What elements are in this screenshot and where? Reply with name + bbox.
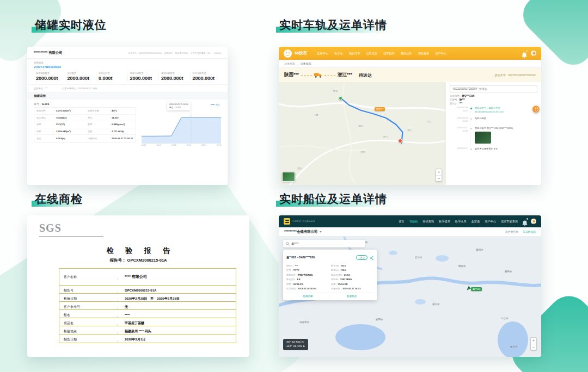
route-start-marker[interactable] xyxy=(339,96,342,100)
chart-tooltip: 2020-06-26 15:34:00 液位: 14.327 xyxy=(167,102,191,110)
report-row: 检验日期 2020年2月28日 至 2020年2月29日 xyxy=(59,294,236,302)
ship-attribute-row: 船舶状态：在航(主机推动) 航迹向(度)：218.8 xyxy=(286,274,373,277)
stat-value: 2000.000t xyxy=(36,76,63,81)
report-field-value: **** 有限公司 xyxy=(125,274,236,280)
report-number: 报告号： OPCXM2000215-01A xyxy=(27,258,249,263)
contract-number-link[interactable]: 2UNT17B0100002 xyxy=(34,65,221,69)
user-avatar[interactable] xyxy=(531,51,536,56)
ship-subbar: *********仓储有限公司 我的委托单 车运单追踪 xyxy=(279,227,541,237)
map-city-label: 鄂州市 xyxy=(458,265,466,268)
truck-nav-item[interactable]: 电子仓 xyxy=(334,52,343,55)
route-dash-right xyxy=(324,75,335,76)
company-selector[interactable]: *********仓储有限公司 xyxy=(284,230,322,234)
ship-brand-logo-icon[interactable] xyxy=(284,218,290,225)
truck-nav-item[interactable]: 我的订单 xyxy=(349,52,360,55)
truck-brand-name: 66快车 xyxy=(295,51,307,56)
tank-dashboard-card: ********** 有限公司 仓储单号：S200913120611000010… xyxy=(27,47,228,185)
tank-attribute-row: 水位 0.003(m) 记录时间 2020-06-27 11:05:32 xyxy=(34,135,136,142)
tank-attribute-row: 安全容积 5,375.001(m³) 存货货主数 4(个) xyxy=(34,108,136,115)
satellite-layer-switcher[interactable] xyxy=(282,172,295,182)
ship-nav-item-query[interactable]: 在线查询 xyxy=(422,220,434,224)
tank-stat: 冻结数量 2000.000t xyxy=(65,72,96,81)
truck-section-title: 实时车轨及运单详情 xyxy=(279,17,387,33)
delivery-photo[interactable] xyxy=(475,132,491,144)
chart-legend: 液位 xyxy=(211,103,220,106)
tank-company-name: ********** 有限公司 xyxy=(34,51,63,55)
ship-nav-item-ebill[interactable]: 数字提单 xyxy=(439,220,450,224)
inspection-report-card: SGS 检 验 报 告 报告号： OPCXM2000215-01A 客户名称 *… xyxy=(27,215,249,357)
map-city-label: 荆门 xyxy=(383,135,388,138)
report-field-value: 2020年3月1日 xyxy=(125,337,236,342)
ship-nav-icons xyxy=(522,219,536,225)
sgs-logo-underline xyxy=(39,236,103,237)
report-field-label: 客户名称 xyxy=(59,275,117,280)
report-field-label: 报告号 xyxy=(59,288,117,293)
ship-attribute-row: 纬度：30°52.6′N 经度：114°6.2′E xyxy=(286,283,373,286)
map-city-label: 咸宁市 xyxy=(432,303,440,306)
ship-nav-item-ewarehouse[interactable]: 数字仓单 xyxy=(455,220,467,224)
truck-map[interactable]: 西安 十堰 襄阳 荆门 潜江 武汉 宜昌 重庆 货车*** xyxy=(279,82,445,185)
report-row: 报告号 OPCXM2000215-01A xyxy=(59,286,236,294)
zoom-out-button[interactable] xyxy=(531,344,536,350)
truck-nav-item[interactable]: 用户中心 xyxy=(435,52,446,55)
zoom-out-button[interactable] xyxy=(436,175,442,181)
tank-stat: 现存可提数量 2000.000t xyxy=(127,72,159,81)
truck-nav-item[interactable]: 找车找货 xyxy=(383,52,395,55)
follow-button[interactable]: +关注 xyxy=(356,255,367,260)
truck-nav-item[interactable]: 监控中心 xyxy=(317,52,328,55)
route-destination: 潜江*** xyxy=(338,72,352,78)
ship-nav-item-home[interactable]: 首页 xyxy=(399,220,404,224)
ship-search-input[interactable] xyxy=(291,242,362,245)
truck-nav-item[interactable]: 预约拉队 xyxy=(401,52,412,55)
ship-nav-item-park-query[interactable]: 低区车船查询 xyxy=(501,220,518,224)
vehicle-position-chip[interactable]: 货车*** xyxy=(375,107,385,111)
share-icon[interactable] xyxy=(370,252,373,262)
route-status: 待送达 xyxy=(359,72,372,78)
ship-map[interactable]: 孝感市 武汉市 黄冈市 鄂州市 黄石市 咸宁市 岳阳市 九江市 南昌市 张家界市… xyxy=(279,237,541,357)
x-tick-label: 06-24 xyxy=(187,144,191,146)
timeline-dot xyxy=(470,117,473,120)
tank-detail-body: 罐号：G101 安全容积 5,375.001(m³) 存货货主数 4(个) 最大… xyxy=(27,100,228,150)
map-city-label: 重庆 xyxy=(297,167,302,170)
truck-nav-item[interactable]: 运单信息 xyxy=(366,52,377,55)
truck-icon xyxy=(314,72,322,78)
user-avatar[interactable] xyxy=(531,219,536,224)
ship-track-link[interactable]: 船舶轨迹 xyxy=(330,295,374,297)
ship-archive-link[interactable]: 船舶档案 xyxy=(286,295,330,297)
tank-stats: 现存实际数量 2000.000t 冻结数量 2000.000t 保管损耗量 0.… xyxy=(27,70,228,85)
x-tick-label: 06-23 xyxy=(171,144,176,146)
inspection-section-title: 在线商检 xyxy=(35,191,83,207)
ship-attribute-row: 航速(节)：8.8 目的地：YUE YANG xyxy=(286,278,373,281)
truck-nav-item[interactable]: 保险服务 xyxy=(418,52,430,55)
breadcrumb-item[interactable]: 运单查询 xyxy=(284,62,295,65)
ship-nav-item-finance[interactable]: 金贸通 xyxy=(471,220,480,224)
report-row: 报告日期 2020年3月1日 xyxy=(59,334,236,343)
report-field-colon xyxy=(117,334,125,344)
ship-nav-menu: 首页 驾驶舱 在线查询 数字提单 数字仓单 金贸通 用户中心 低区车船查询 xyxy=(399,220,518,224)
timeline-item: 2019-09-17 委托单已调度派车 ★★ xyxy=(450,147,537,154)
ship-position-marker[interactable]: 鑫**026 xyxy=(467,287,482,291)
ship-brand-tagline: 为您提供一站式船运服务 xyxy=(292,220,315,223)
waybill-info-row: 运单编号：陕Q***1196 xyxy=(450,95,537,97)
truck-brand-smiley-icon[interactable] xyxy=(284,49,292,58)
ship-nav-item-user[interactable]: 用户中心 xyxy=(485,220,496,224)
zoom-in-button[interactable] xyxy=(436,169,442,175)
zoom-in-button[interactable] xyxy=(531,338,536,344)
breadcrumb-item-current: 运单追踪 xyxy=(300,62,311,65)
report-table: 客户名称 **** 有限公司 报告号 OPCXM2000215-01A 检验日期… xyxy=(59,268,236,343)
waybill-search-input[interactable] xyxy=(452,88,535,90)
truck-waybill-track-link[interactable]: 车运单追踪 xyxy=(523,230,536,233)
customer-service-button[interactable] xyxy=(532,106,540,113)
tank-contract: 合同租次 2UNT17B0100002 xyxy=(27,59,228,70)
stat-label: 现存实际数量 xyxy=(36,72,63,75)
timeline: 2019-09-18 10:47 司机运货中，请耐心等待 预计到达时间2019-… xyxy=(450,107,537,154)
stat-label: 现存记账数量 xyxy=(161,72,188,75)
map-city-label: 张家界市 xyxy=(299,321,309,324)
notification-bell-icon[interactable] xyxy=(522,51,527,57)
ship-nav-item-cockpit[interactable]: 驾驶舱 xyxy=(409,220,418,224)
notification-bell-icon[interactable] xyxy=(522,219,528,225)
tank-stat: 现存记账数量 2000.000t xyxy=(158,72,190,81)
level-chart-area: 液位 2020-06-26 15:34:00 液位: 14.327 06-210… xyxy=(142,102,221,146)
tank-attribute-row: 温度 23.3(℃) 密度 0.886(g/cm³) xyxy=(34,121,136,128)
my-waybills-link[interactable]: 我的委托单 xyxy=(505,230,518,233)
